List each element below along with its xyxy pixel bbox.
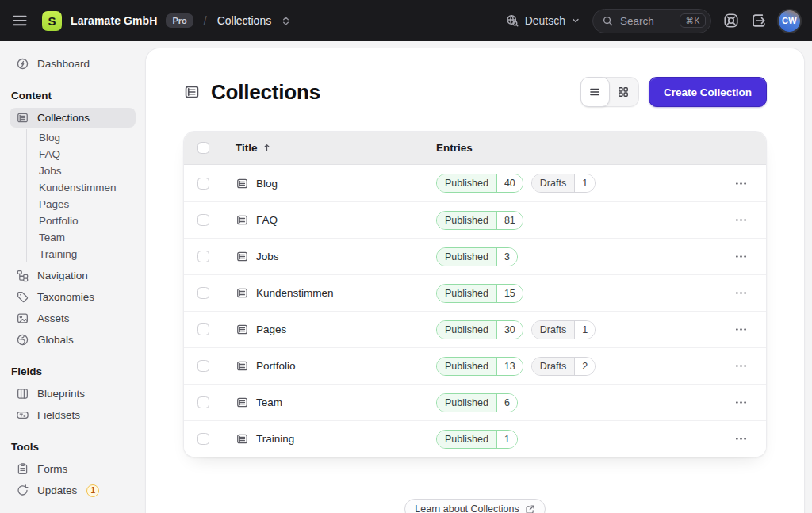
sidebar-subitem-portfolio[interactable]: Portfolio: [27, 212, 136, 229]
doc-icon: [236, 432, 249, 446]
drafts-badge-label: Drafts: [532, 174, 575, 192]
footer-link-label: Learn about Collections: [415, 503, 519, 513]
sidebar-item-blueprints[interactable]: Blueprints: [10, 384, 136, 404]
sidebar-item-label: Globals: [37, 334, 74, 346]
row-checkbox[interactable]: [197, 396, 209, 408]
avatar[interactable]: CW: [779, 10, 800, 32]
ellipsis-icon: [734, 250, 748, 263]
sort-by-title[interactable]: Title: [236, 142, 272, 154]
row-checkbox[interactable]: [197, 433, 209, 445]
site-name[interactable]: Laramate GmbH: [71, 14, 157, 27]
table-body: BlogPublished40Drafts1FAQPublished81Jobs…: [184, 165, 766, 457]
published-badge: Published81: [436, 211, 523, 230]
table-row: FAQPublished81: [184, 201, 766, 238]
published-badge: Published40: [436, 174, 523, 193]
row-checkbox-cell: [184, 433, 236, 445]
sidebar-item-assets[interactable]: Assets: [10, 308, 136, 328]
sidebar-subitem-pages[interactable]: Pages: [27, 196, 136, 212]
row-actions-button[interactable]: [728, 171, 753, 195]
language-label: Deutsch: [525, 14, 565, 27]
sidebar-subitem-blog[interactable]: Blog: [27, 129, 136, 146]
row-checkbox[interactable]: [197, 178, 209, 190]
learn-about-collections-link[interactable]: Learn about Collections: [404, 499, 545, 513]
published-badge-count: 81: [497, 212, 523, 229]
sidebar-item-label: Collections: [37, 112, 90, 124]
collection-link[interactable]: Team: [236, 396, 282, 409]
grid-view-button[interactable]: [609, 78, 638, 106]
row-entries-cell: Published3: [436, 247, 728, 266]
row-actions-cell: [728, 171, 766, 195]
sidebar-item-updates[interactable]: Updates1: [10, 480, 136, 500]
row-actions-button[interactable]: [728, 427, 753, 451]
collection-link[interactable]: Kundenstimmen: [236, 286, 334, 300]
list-view-button[interactable]: [580, 77, 610, 107]
column-title: Title: [236, 142, 258, 154]
sidebar-subitem-jobs[interactable]: Jobs: [27, 163, 136, 179]
fieldsets-icon: [16, 408, 29, 422]
row-actions-button[interactable]: [728, 245, 753, 269]
sidebar-subitem-kundenstimmen[interactable]: Kundenstimmen: [27, 179, 136, 196]
dashboard-icon: [16, 57, 29, 71]
row-title-cell: Portfolio: [236, 359, 436, 373]
statamic-logo[interactable]: S: [42, 11, 62, 31]
row-checkbox[interactable]: [197, 287, 209, 299]
assets-icon: [16, 312, 29, 325]
published-badge-count: 30: [497, 321, 523, 339]
row-checkbox[interactable]: [197, 323, 209, 335]
main-panel: Collections: [145, 48, 805, 513]
table-row: TeamPublished6: [184, 384, 766, 420]
help-icon[interactable]: [723, 13, 739, 29]
sidebar-item-fieldsets[interactable]: Fieldsets: [10, 405, 136, 425]
row-checkbox[interactable]: [197, 214, 209, 226]
row-checkbox-cell: [184, 287, 236, 299]
search-placeholder: Search: [620, 15, 654, 27]
row-checkbox[interactable]: [197, 251, 209, 262]
select-all-checkbox[interactable]: [197, 142, 209, 154]
collection-link[interactable]: Jobs: [236, 250, 279, 263]
collection-link[interactable]: Blog: [236, 177, 278, 190]
sidebar-item-collections[interactable]: Collections: [10, 108, 136, 128]
collection-link[interactable]: FAQ: [236, 213, 278, 227]
collection-link[interactable]: Pages: [236, 323, 286, 336]
row-checkbox[interactable]: [197, 360, 209, 372]
sidebar-subitem-faq[interactable]: FAQ: [27, 146, 136, 163]
sidebar-item-taxonomies[interactable]: Taxonomies: [10, 287, 136, 307]
sidebar-item-globals[interactable]: Globals: [10, 330, 136, 350]
published-badge: Published13: [436, 357, 523, 376]
row-actions-button[interactable]: [728, 391, 753, 415]
breadcrumb-separator: /: [204, 14, 207, 27]
collection-link[interactable]: Training: [236, 432, 294, 446]
sidebar-item-navigation[interactable]: Navigation: [10, 266, 136, 285]
collection-title: Training: [256, 433, 294, 445]
create-collection-button[interactable]: Create Collection: [649, 77, 767, 107]
sidebar-item-forms[interactable]: Forms: [10, 459, 136, 479]
row-entries-cell: Published13Drafts2: [436, 357, 728, 376]
language-selector[interactable]: Deutsch: [505, 13, 580, 28]
visit-site-icon[interactable]: [751, 13, 767, 29]
search-input[interactable]: Search ⌘K: [592, 9, 711, 33]
row-actions-button[interactable]: [728, 281, 753, 305]
row-actions-button[interactable]: [728, 318, 753, 342]
table-row: PagesPublished30Drafts1: [184, 311, 766, 347]
published-badge-label: Published: [437, 174, 497, 192]
row-entries-cell: Published40Drafts1: [436, 174, 728, 193]
grid-view-icon: [617, 86, 630, 98]
chevron-down-icon: [571, 16, 580, 25]
sidebar-subitem-team[interactable]: Team: [27, 229, 136, 246]
collection-title: Kundenstimmen: [256, 287, 334, 299]
breadcrumb-selector-icon[interactable]: [280, 15, 292, 27]
collection-link[interactable]: Portfolio: [236, 359, 296, 373]
row-actions-button[interactable]: [728, 209, 753, 232]
row-checkbox-cell: [184, 251, 236, 262]
menu-icon[interactable]: [11, 12, 29, 29]
row-actions-button[interactable]: [728, 354, 753, 378]
published-badge-count: 40: [497, 174, 523, 192]
sidebar-item-dashboard[interactable]: Dashboard: [10, 54, 136, 74]
row-actions-cell: [728, 281, 766, 305]
content-area: DashboardContentCollectionsBlogFAQJobsKu…: [0, 41, 812, 513]
row-entries-cell: Published30Drafts1: [436, 320, 728, 339]
collections-table: Title Entries BlogPublished40Drafts1FAQP…: [183, 131, 767, 457]
breadcrumb[interactable]: Collections: [217, 14, 271, 27]
row-title-cell: Team: [236, 396, 436, 409]
sidebar-subitem-training[interactable]: Training: [27, 246, 136, 262]
